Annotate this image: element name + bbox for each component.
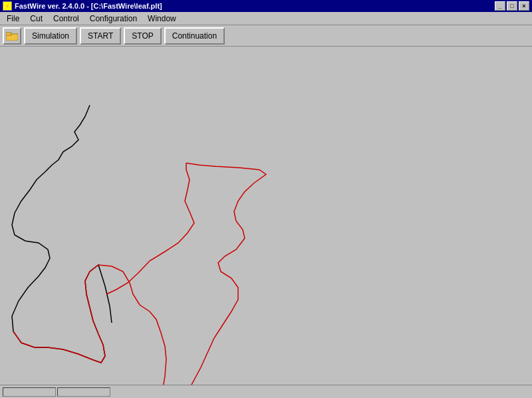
canvas-area — [0, 47, 532, 385]
window-controls: _ □ × — [495, 1, 529, 11]
svg-rect-1 — [6, 33, 11, 35]
red-leaf-path — [13, 265, 166, 385]
stop-button[interactable]: STOP — [124, 27, 161, 45]
start-button[interactable]: START — [80, 27, 121, 45]
toolbar: Simulation START STOP Continuation — [0, 25, 532, 47]
status-segment-2 — [57, 387, 110, 397]
menu-cut[interactable]: Cut — [25, 12, 48, 25]
maximize-button[interactable]: □ — [507, 1, 517, 11]
menu-configuration[interactable]: Configuration — [84, 12, 142, 25]
open-file-button[interactable] — [3, 27, 21, 45]
minimize-button[interactable]: _ — [495, 1, 505, 11]
red-leaf-right-path — [160, 163, 266, 385]
status-segment-1 — [3, 387, 56, 397]
red-leaf-top-path — [106, 163, 194, 294]
status-bar — [0, 385, 532, 398]
menu-control[interactable]: Control — [48, 12, 84, 25]
menu-file[interactable]: File — [1, 12, 25, 25]
black-leaf-path — [12, 105, 112, 363]
title-bar: ⚡ FastWire ver. 2.4.0.0 - [C:\FastWire\l… — [0, 0, 532, 12]
folder-icon — [6, 31, 18, 41]
close-button[interactable]: × — [519, 1, 529, 11]
simulation-button[interactable]: Simulation — [24, 27, 77, 45]
menu-window[interactable]: Window — [142, 12, 182, 25]
drawing-canvas — [0, 47, 532, 385]
window-title: FastWire ver. 2.4.0.0 - [C:\FastWire\lea… — [15, 2, 162, 10]
menu-bar: File Cut Control Configuration Window — [0, 12, 532, 25]
title-bar-left: ⚡ FastWire ver. 2.4.0.0 - [C:\FastWire\l… — [3, 1, 162, 11]
continuation-button[interactable]: Continuation — [164, 27, 225, 45]
app-icon: ⚡ — [3, 1, 12, 11]
